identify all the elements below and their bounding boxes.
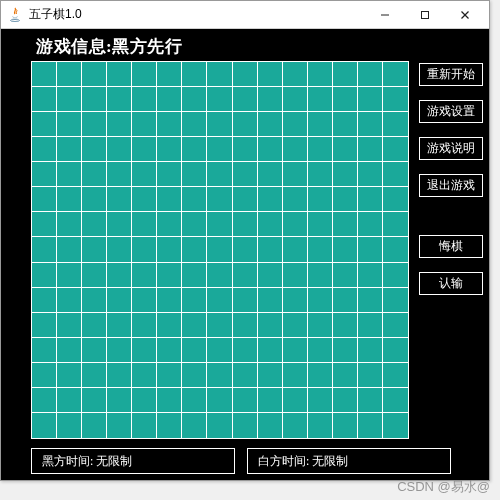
board-cell[interactable] xyxy=(258,62,283,87)
board-cell[interactable] xyxy=(258,288,283,313)
board-cell[interactable] xyxy=(82,413,107,438)
board-cell[interactable] xyxy=(82,112,107,137)
board-cell[interactable] xyxy=(57,162,82,187)
board-cell[interactable] xyxy=(132,212,157,237)
board-cell[interactable] xyxy=(308,87,333,112)
board-cell[interactable] xyxy=(358,313,383,338)
board-cell[interactable] xyxy=(233,237,258,262)
board-cell[interactable] xyxy=(207,388,232,413)
board-cell[interactable] xyxy=(107,212,132,237)
board-cell[interactable] xyxy=(283,338,308,363)
board-cell[interactable] xyxy=(107,137,132,162)
board-cell[interactable] xyxy=(333,112,358,137)
board-cell[interactable] xyxy=(157,87,182,112)
board-cell[interactable] xyxy=(233,187,258,212)
board-cell[interactable] xyxy=(283,263,308,288)
restart-button[interactable]: 重新开始 xyxy=(419,63,483,86)
board-cell[interactable] xyxy=(132,137,157,162)
board-cell[interactable] xyxy=(132,413,157,438)
board-cell[interactable] xyxy=(107,288,132,313)
board-cell[interactable] xyxy=(383,187,408,212)
board-cell[interactable] xyxy=(358,237,383,262)
board-cell[interactable] xyxy=(157,288,182,313)
board-cell[interactable] xyxy=(107,338,132,363)
board-cell[interactable] xyxy=(182,338,207,363)
board-grid[interactable] xyxy=(32,62,408,438)
board-cell[interactable] xyxy=(32,62,57,87)
board-cell[interactable] xyxy=(233,62,258,87)
undo-button[interactable]: 悔棋 xyxy=(419,235,483,258)
board-cell[interactable] xyxy=(333,212,358,237)
board-cell[interactable] xyxy=(283,212,308,237)
board-cell[interactable] xyxy=(82,263,107,288)
board-cell[interactable] xyxy=(207,62,232,87)
board-cell[interactable] xyxy=(207,137,232,162)
board-cell[interactable] xyxy=(107,263,132,288)
resign-button[interactable]: 认输 xyxy=(419,272,483,295)
board-cell[interactable] xyxy=(132,162,157,187)
board-cell[interactable] xyxy=(132,338,157,363)
board-cell[interactable] xyxy=(82,363,107,388)
board-cell[interactable] xyxy=(32,212,57,237)
board-cell[interactable] xyxy=(333,62,358,87)
board-cell[interactable] xyxy=(358,388,383,413)
board-cell[interactable] xyxy=(333,413,358,438)
board-cell[interactable] xyxy=(157,212,182,237)
board-cell[interactable] xyxy=(82,313,107,338)
board-cell[interactable] xyxy=(82,62,107,87)
board-cell[interactable] xyxy=(383,212,408,237)
board-cell[interactable] xyxy=(358,187,383,212)
board-cell[interactable] xyxy=(283,413,308,438)
board-cell[interactable] xyxy=(233,212,258,237)
board-cell[interactable] xyxy=(308,137,333,162)
board-cell[interactable] xyxy=(258,338,283,363)
board-cell[interactable] xyxy=(57,62,82,87)
instructions-button[interactable]: 游戏说明 xyxy=(419,137,483,160)
board-cell[interactable] xyxy=(57,313,82,338)
board-cell[interactable] xyxy=(207,187,232,212)
board-cell[interactable] xyxy=(358,263,383,288)
board-cell[interactable] xyxy=(358,62,383,87)
board-cell[interactable] xyxy=(383,363,408,388)
board-cell[interactable] xyxy=(157,137,182,162)
board-cell[interactable] xyxy=(82,87,107,112)
board-cell[interactable] xyxy=(233,413,258,438)
board-cell[interactable] xyxy=(82,388,107,413)
board-cell[interactable] xyxy=(82,338,107,363)
board-cell[interactable] xyxy=(32,87,57,112)
board-cell[interactable] xyxy=(358,363,383,388)
board-cell[interactable] xyxy=(333,363,358,388)
board-cell[interactable] xyxy=(258,413,283,438)
board-cell[interactable] xyxy=(32,263,57,288)
board-cell[interactable] xyxy=(333,288,358,313)
board-cell[interactable] xyxy=(182,288,207,313)
board-cell[interactable] xyxy=(308,212,333,237)
board-cell[interactable] xyxy=(82,237,107,262)
board-cell[interactable] xyxy=(107,363,132,388)
board-cell[interactable] xyxy=(207,112,232,137)
board-cell[interactable] xyxy=(32,338,57,363)
board-cell[interactable] xyxy=(333,388,358,413)
board-cell[interactable] xyxy=(57,87,82,112)
board-cell[interactable] xyxy=(107,162,132,187)
board-cell[interactable] xyxy=(383,62,408,87)
board-cell[interactable] xyxy=(182,212,207,237)
board-cell[interactable] xyxy=(333,187,358,212)
board-cell[interactable] xyxy=(207,288,232,313)
board-cell[interactable] xyxy=(308,237,333,262)
board-cell[interactable] xyxy=(358,87,383,112)
board-cell[interactable] xyxy=(258,112,283,137)
board-cell[interactable] xyxy=(383,413,408,438)
board-cell[interactable] xyxy=(182,137,207,162)
board-cell[interactable] xyxy=(182,237,207,262)
board-cell[interactable] xyxy=(107,87,132,112)
board-cell[interactable] xyxy=(283,388,308,413)
board-cell[interactable] xyxy=(157,162,182,187)
board-cell[interactable] xyxy=(383,288,408,313)
settings-button[interactable]: 游戏设置 xyxy=(419,100,483,123)
board-cell[interactable] xyxy=(308,413,333,438)
board-cell[interactable] xyxy=(383,87,408,112)
board-cell[interactable] xyxy=(283,137,308,162)
minimize-button[interactable] xyxy=(365,4,405,26)
board-cell[interactable] xyxy=(32,313,57,338)
